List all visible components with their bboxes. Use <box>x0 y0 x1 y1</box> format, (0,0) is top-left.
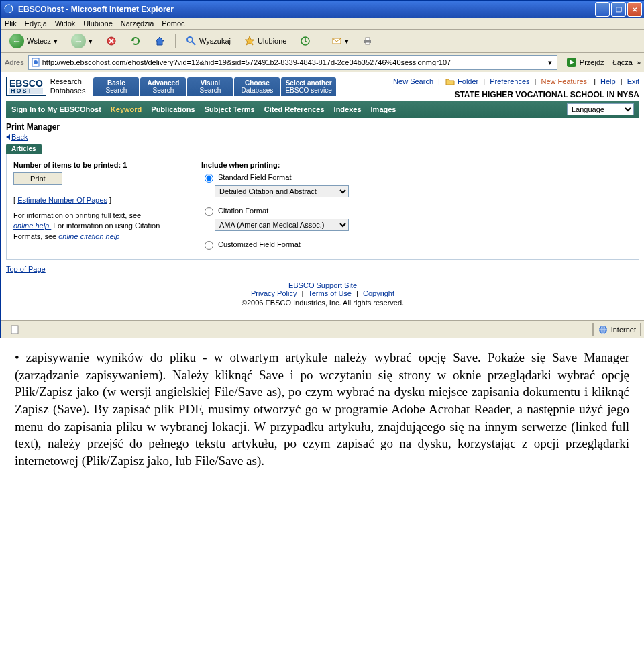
stop-button[interactable] <box>101 34 121 48</box>
radio-standard-format[interactable] <box>205 174 213 183</box>
link-new-search[interactable]: New Search <box>393 77 433 85</box>
print-toolbar-button[interactable] <box>358 34 378 48</box>
articles-panel: Number of items to be printed: 1 Print [… <box>6 154 639 260</box>
go-button[interactable]: Przejdź <box>561 55 609 70</box>
link-help[interactable]: Help <box>600 77 616 85</box>
menu-tools[interactable]: Narzędzia <box>121 19 154 28</box>
svg-point-0 <box>4 4 13 13</box>
link-exit[interactable]: Exit <box>627 77 639 85</box>
print-button[interactable]: Print <box>13 172 62 185</box>
home-icon <box>154 36 165 46</box>
menu-file[interactable]: Plik <box>5 19 17 28</box>
back-triangle-icon <box>6 134 10 140</box>
done-icon <box>9 324 20 335</box>
minimize-button[interactable]: _ <box>595 2 610 17</box>
svg-point-15 <box>34 60 38 64</box>
tab-visual-search[interactable]: VisualSearch <box>187 77 233 96</box>
footer-copyright-text: ©2006 EBSCO Industries, Inc. All rights … <box>6 299 639 307</box>
footer-links: EBSCO Support Site Privacy Policy | Term… <box>6 281 639 297</box>
menubar: Plik Edycja Widok Ulubione Narzędzia Pom… <box>1 18 644 30</box>
link-publications[interactable]: Publications <box>151 105 195 113</box>
svg-line-7 <box>192 42 195 45</box>
window-title: EBSCOhost - Microsoft Internet Explorer <box>18 5 174 14</box>
logo-desc-2: Databases <box>50 87 86 95</box>
menu-view[interactable]: Widok <box>55 19 76 28</box>
link-preferences[interactable]: Preferences <box>490 77 529 85</box>
link-privacy[interactable]: Privacy Policy <box>251 289 297 297</box>
links-chevron-icon[interactable]: » <box>637 58 641 66</box>
forward-button[interactable]: → ▾ <box>66 32 97 50</box>
link-copyright[interactable]: Copyright <box>363 289 394 297</box>
tab-basic-search[interactable]: BasicSearch <box>93 77 139 96</box>
tab-select-service[interactable]: Select anotherEBSCO service <box>281 77 335 96</box>
link-folder[interactable]: Folder <box>458 77 478 85</box>
refresh-icon <box>130 36 141 46</box>
articles-tab[interactable]: Articles <box>6 144 42 154</box>
link-indexes[interactable]: Indexes <box>334 105 362 113</box>
titlebar: EBSCOhost - Microsoft Internet Explorer … <box>1 1 644 18</box>
address-field[interactable]: ▾ <box>28 55 557 70</box>
search-label: Wyszukaj <box>199 37 231 45</box>
back-arrow-icon: ← <box>9 34 24 48</box>
link-support-site[interactable]: EBSCO Support Site <box>288 281 357 289</box>
toolbar: ← Wstecz ▾ → ▾ Wyszukaj Ulubione <box>1 30 644 53</box>
select-citation-format[interactable]: AMA (American Medical Assoc.) <box>215 219 349 231</box>
print-column: Number of items to be printed: 1 Print [… <box>13 161 161 252</box>
url-input[interactable] <box>41 58 545 67</box>
menu-edit[interactable]: Edycja <box>25 19 47 28</box>
links-label[interactable]: Łącza <box>613 58 633 66</box>
menu-favorites[interactable]: Ulubione <box>83 19 112 28</box>
favorites-button[interactable]: Ulubione <box>239 34 291 48</box>
radio-citation-format[interactable] <box>205 207 213 216</box>
statusbar: Internet <box>1 321 644 338</box>
link-terms[interactable]: Terms of Use <box>308 289 352 297</box>
link-new-features[interactable]: New Features! <box>541 77 590 85</box>
status-zone: Internet <box>593 323 641 336</box>
document-paragraph: • zapisywanie wyników do pliku - w otwar… <box>0 338 644 480</box>
select-standard-format[interactable]: Detailed Citation and Abstract <box>215 185 349 197</box>
logo-desc-1: Research <box>50 77 82 85</box>
ebsco-logo[interactable]: EBSCO HOST <box>6 77 46 96</box>
menu-help[interactable]: Pomoc <box>162 19 184 28</box>
language-dropdown[interactable]: Language <box>567 103 634 115</box>
app-icon <box>3 3 14 15</box>
opt-standard-label: Standard Field Format <box>218 173 291 181</box>
address-dropdown-icon[interactable]: ▾ <box>545 58 555 67</box>
link-cited-refs[interactable]: Cited References <box>264 105 325 113</box>
status-zone-label: Internet <box>611 326 636 334</box>
mail-button[interactable]: ▾ <box>327 34 354 48</box>
home-button[interactable] <box>150 34 170 48</box>
forward-dropdown-icon: ▾ <box>89 37 93 46</box>
radio-custom-format[interactable] <box>205 241 213 250</box>
tab-choose-databases[interactable]: ChooseDatabases <box>234 77 280 96</box>
window-buttons: _ ❐ ✕ <box>595 2 642 17</box>
globe-icon <box>598 324 608 335</box>
help-text: For information on printing full text, s… <box>13 211 161 242</box>
maximize-button[interactable]: ❐ <box>611 2 626 17</box>
mail-dropdown-icon: ▾ <box>345 37 349 46</box>
refresh-button[interactable] <box>125 34 146 48</box>
logo-bottom: HOST <box>9 88 43 94</box>
link-subject-terms[interactable]: Subject Terms <box>205 105 255 113</box>
search-button[interactable]: Wyszukaj <box>181 34 235 48</box>
tab-advanced-search[interactable]: AdvancedSearch <box>140 77 186 96</box>
link-citation-help[interactable]: online citation help <box>58 232 119 240</box>
star-icon <box>244 36 255 46</box>
link-online-help[interactable]: online help. <box>13 221 51 230</box>
link-top-of-page[interactable]: Top of Page <box>6 265 46 273</box>
svg-rect-12 <box>366 38 370 40</box>
stop-icon <box>106 36 117 46</box>
back-link[interactable]: Back <box>6 133 28 141</box>
link-images[interactable]: Images <box>371 105 396 113</box>
print-manager-title: Print Manager <box>6 122 639 132</box>
history-button[interactable] <box>295 34 315 48</box>
link-keyword[interactable]: Keyword <box>111 105 142 113</box>
link-estimate-pages[interactable]: Estimate Number Of Pages <box>17 196 107 204</box>
printer-icon <box>362 36 373 46</box>
main-nav-tabs: BasicSearch AdvancedSearch VisualSearch … <box>93 77 335 96</box>
browser-window: EBSCOhost - Microsoft Internet Explorer … <box>0 0 644 338</box>
link-signin[interactable]: Sign In to My EBSCOhost <box>11 105 101 113</box>
header-links: New Search | Folder | Preferences | New … <box>393 77 639 87</box>
back-button[interactable]: ← Wstecz ▾ <box>5 32 62 50</box>
close-button[interactable]: ✕ <box>627 2 642 17</box>
